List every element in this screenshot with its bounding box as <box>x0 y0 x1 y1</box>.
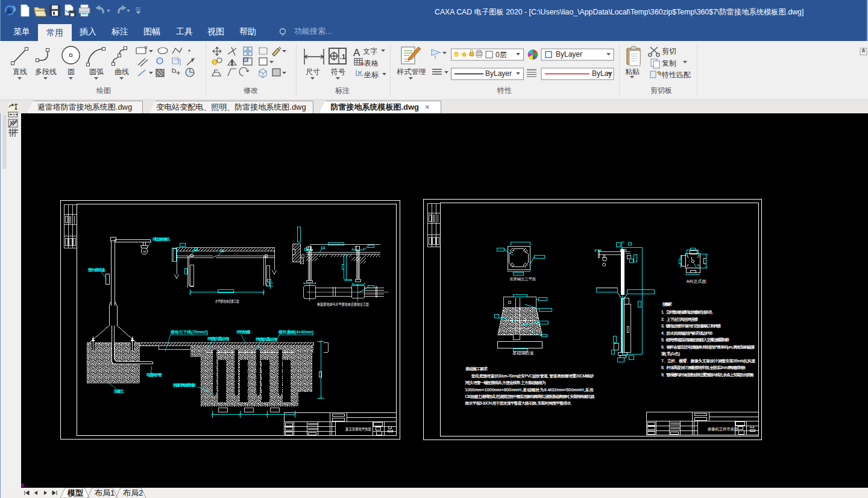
svg-text:垂直接地体与水平接地体连接做法工图: 垂直接地体与水平接地体连接做法工图 <box>317 302 369 307</box>
svg-text:C30混凝土浇捣而成, 在浇筑过程中需采用振动棒捣实. 浇筑: C30混凝土浇捣而成, 在浇筑过程中需采用振动棒捣实. 浇筑基础表面时, 安装特… <box>465 394 595 399</box>
svg-text:A: A <box>353 47 360 58</box>
svg-text:A向正式图: A向正式图 <box>687 279 706 284</box>
svg-text:9、管线槽与杆体连接全部位置预留出线孔, 长条上安装防水胶圈: 9、管线槽与杆体连接全部位置预留出线孔, 长条上安装防水胶圈. <box>661 373 754 377</box>
svg-text:面水平低5-10CN 用于使发涨平整度大路石面, 安装时周围: 面水平低5-10CN 用于使发涨平整度大路石面, 安装时周围平整排水. <box>465 401 572 406</box>
svg-text:接地引下线(25mm2): 接地引下线(25mm2) <box>171 330 208 335</box>
svg-text:布局2: 布局2 <box>122 488 143 497</box>
svg-text:技术要求: 技术要求 <box>662 302 672 307</box>
svg-text:1、立杆整体热镀锌处理, 颜色浅灰色: 1、立杆整体热镀锌处理, 颜色浅灰色 <box>661 310 712 315</box>
svg-text:镀锌扁钢(4×40mm): 镀锌扁钢(4×40mm) <box>278 330 313 335</box>
svg-text:摄像机立杆示意图: 摄像机立杆示意图 <box>708 427 738 432</box>
svg-text:8、杆体高度设计屏蔽接地牢固, 全部采2mm厚钢板制铁: 8、杆体高度设计屏蔽接地牢固, 全部采2mm厚钢板制铁 <box>661 365 746 370</box>
svg-text:模型: 模型 <box>67 488 83 497</box>
svg-text:电缆保护管: 电缆保护管 <box>146 373 162 377</box>
svg-text:漆( 乳白色): 漆( 乳白色) <box>661 351 680 356</box>
svg-text:5、相关所制雷采用钢板压铆连入支撑边横梁制桥: 5、相关所制雷采用钢板压铆连入支撑边横梁制桥 <box>661 337 729 342</box>
svg-text:开挖地槽: 开挖地槽 <box>236 330 250 335</box>
svg-text:直击雷接地平面图: 直击雷接地平面图 <box>345 427 371 432</box>
svg-text:垫坑底预埋直径30cm-70cm处安PVC波纹管道, 管道表: 垫坑底预埋直径30cm-70cm处安PVC波纹管道, 管道表面需埋置20CM细砂 <box>471 374 594 379</box>
svg-text:基础钢筋笼: 基础钢筋笼 <box>512 351 534 356</box>
svg-text:布局1: 布局1 <box>94 488 115 497</box>
svg-text:热镀锌角钢接地极: 热镀锌角钢接地极 <box>173 383 196 388</box>
svg-text:3、镀锌处理后不要吊打在阳极氧工和焊接: 3、镀锌处理后不要吊打在阳极氧工和焊接 <box>661 324 721 329</box>
svg-text:2、上下法兰间压焊连接: 2、上下法兰间压焊连接 <box>661 317 698 322</box>
svg-text:.1: .1 <box>340 53 345 60</box>
svg-text:水平接地体连接工图: 水平接地体连接工图 <box>215 299 239 304</box>
svg-text:混凝土: 混凝土 <box>114 389 124 394</box>
svg-text:球型摄像机: 球型摄像机 <box>153 237 170 241</box>
svg-text:1000mm×1000mm×800mmH,基础螺栓为6-M3: 1000mm×1000mm×800mmH,基础螺栓为6-M32mm×500mmH… <box>465 388 594 392</box>
svg-text:焊接(防腐处理): 焊接(防腐处理) <box>207 336 229 341</box>
svg-text:河沙, 埋管一端至接线井, 方便走线等. 土方基础规格为: 河沙, 埋管一端至接线井, 方便走线等. 土方基础规格为 <box>465 380 546 385</box>
svg-text:室外接线盒: 室外接线盒 <box>88 268 105 272</box>
svg-text:基础施工要求:: 基础施工要求: <box>465 367 488 371</box>
svg-text:底座钢法兰平面: 底座钢法兰平面 <box>509 277 536 282</box>
svg-text:4、防水风雨箱防护要求须达IP66: 4、防水风雨箱防护要求须达IP66 <box>661 331 712 336</box>
svg-text:7、立杆、横臂、摄像头支架设计调整安装55m/s抗风速: 7、立杆、横臂、摄像头支架设计调整安装55m/s抗风速 <box>661 358 755 364</box>
svg-text:焊接(防腐处理): 焊接(防腐处理) <box>256 337 277 342</box>
svg-text:6、钢杆会雷击过电涌稳弄, 特别防护厚米80μm, 表面加刷: 6、钢杆会雷击过电涌稳弄, 特别防护厚米80μm, 表面加刷磁漆 <box>661 345 755 350</box>
